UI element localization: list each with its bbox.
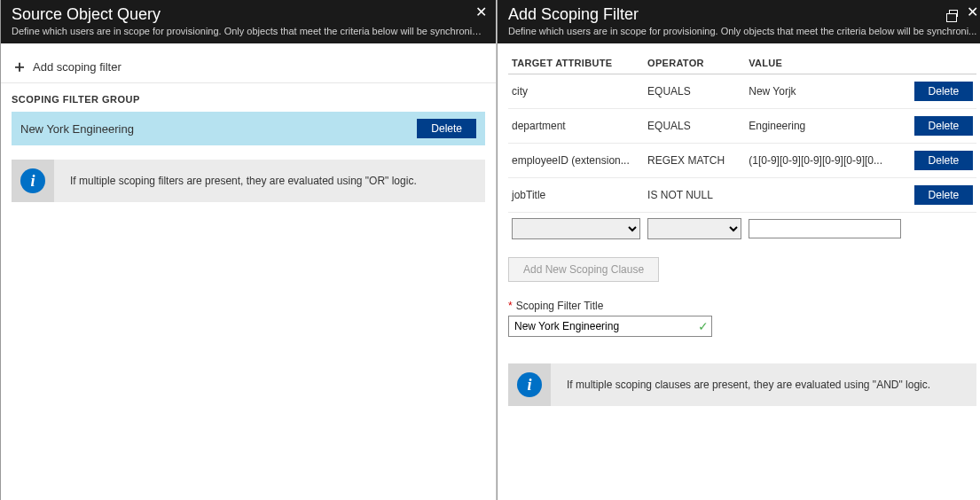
delete-row-button[interactable]: Delete (914, 116, 974, 136)
cell-attr: city (508, 74, 644, 109)
cell-val: (1[0-9][0-9][0-9][0-9][0-9][0... (745, 144, 904, 178)
table-row[interactable]: city EQUALS New Yorjk Delete (508, 74, 976, 109)
panel-title: Source Object Query (12, 5, 485, 24)
value-input[interactable] (749, 219, 900, 238)
panel-subtitle: Define which users are in scope for prov… (508, 26, 976, 36)
operator-select[interactable] (647, 218, 741, 239)
add-new-scoping-clause-button[interactable]: Add New Scoping Clause (508, 257, 659, 282)
required-star-icon: * (508, 300, 513, 312)
info-text: If multiple scoping clauses are present,… (567, 379, 930, 391)
th-value: VALUE (745, 52, 904, 74)
add-filter-label: Add scoping filter (33, 60, 122, 74)
attribute-select[interactable] (512, 218, 640, 239)
panel-title: Add Scoping Filter (508, 5, 976, 24)
info-box: i If multiple scoping filters are presen… (12, 160, 485, 202)
close-icon[interactable]: ✕ (475, 5, 487, 20)
info-icon-wrap: i (508, 363, 551, 406)
delete-row-button[interactable]: Delete (914, 82, 974, 101)
cell-op: EQUALS (644, 109, 745, 144)
delete-row-button[interactable]: Delete (914, 185, 974, 205)
table-row[interactable]: employeeID (extension... REGEX MATCH (1[… (508, 144, 976, 178)
table-row[interactable]: jobTitle IS NOT NULL Delete (508, 178, 976, 213)
panel-subtitle: Define which users are in scope for prov… (12, 26, 485, 36)
table-row[interactable]: department EQUALS Engineering Delete (508, 109, 976, 144)
restore-icon[interactable] (949, 5, 958, 20)
cell-attr: department (508, 109, 644, 144)
cell-val: New Yorjk (745, 74, 904, 109)
scoping-filter-table: TARGET ATTRIBUTE OPERATOR VALUE city EQU… (508, 52, 976, 246)
source-object-query-panel: Source Object Query Define which users a… (0, 0, 497, 500)
cell-attr: employeeID (extension... (508, 144, 644, 178)
cell-op: EQUALS (644, 74, 745, 109)
scoping-filter-title-input[interactable] (508, 316, 712, 337)
filter-group-row[interactable]: New York Engineering Delete (12, 112, 485, 145)
cell-op: REGEX MATCH (644, 144, 745, 178)
new-clause-row (508, 213, 976, 247)
th-operator: OPERATOR (644, 52, 745, 74)
panel-header: Source Object Query Define which users a… (1, 0, 496, 43)
filter-group-name: New York Engineering (20, 122, 134, 136)
cell-val: Engineering (745, 109, 904, 144)
panel-body: ＋ Add scoping filter SCOPING FILTER GROU… (1, 43, 496, 500)
info-text: If multiple scoping filters are present,… (70, 175, 417, 187)
scoping-filter-title-label: *Scoping Filter Title (508, 300, 976, 312)
info-icon: i (20, 168, 45, 193)
cell-attr: jobTitle (508, 178, 644, 213)
close-icon[interactable]: ✕ (967, 5, 978, 20)
info-icon: i (517, 372, 542, 397)
delete-row-button[interactable]: Delete (914, 151, 974, 170)
info-box: i If multiple scoping clauses are presen… (508, 363, 976, 406)
add-scoping-filter-panel: Add Scoping Filter Define which users ar… (497, 0, 980, 500)
panel-header: Add Scoping Filter Define which users ar… (498, 0, 980, 43)
cell-val (745, 178, 904, 213)
add-scoping-filter-button[interactable]: ＋ Add scoping filter (1, 51, 496, 83)
check-icon: ✓ (698, 319, 709, 333)
th-target-attribute: TARGET ATTRIBUTE (508, 52, 644, 74)
scoping-filter-group-label: SCOPING FILTER GROUP (12, 94, 485, 105)
plus-icon: ＋ (12, 56, 27, 77)
panel-body: TARGET ATTRIBUTE OPERATOR VALUE city EQU… (498, 43, 980, 500)
cell-op: IS NOT NULL (644, 178, 745, 213)
info-icon-wrap: i (12, 160, 54, 202)
delete-group-button[interactable]: Delete (417, 119, 476, 138)
